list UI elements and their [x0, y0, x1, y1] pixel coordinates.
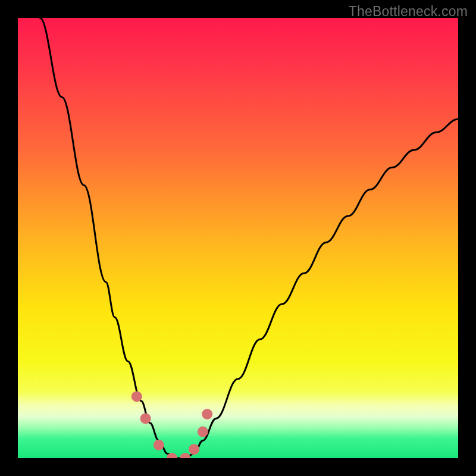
highlight-marker	[189, 444, 199, 455]
chart-frame: TheBottleneck.com	[0, 0, 476, 476]
bottleneck-curve	[40, 18, 458, 458]
highlight-marker	[131, 391, 142, 402]
curve-layer	[18, 18, 458, 458]
highlight-marker	[202, 409, 212, 419]
plot-area	[18, 18, 458, 458]
highlight-marker	[198, 427, 208, 437]
highlight-marker	[180, 453, 190, 458]
watermark-text: TheBottleneck.com	[349, 4, 468, 20]
highlighted-points-group	[131, 391, 212, 458]
highlight-marker	[154, 440, 164, 450]
highlight-marker	[140, 413, 151, 424]
